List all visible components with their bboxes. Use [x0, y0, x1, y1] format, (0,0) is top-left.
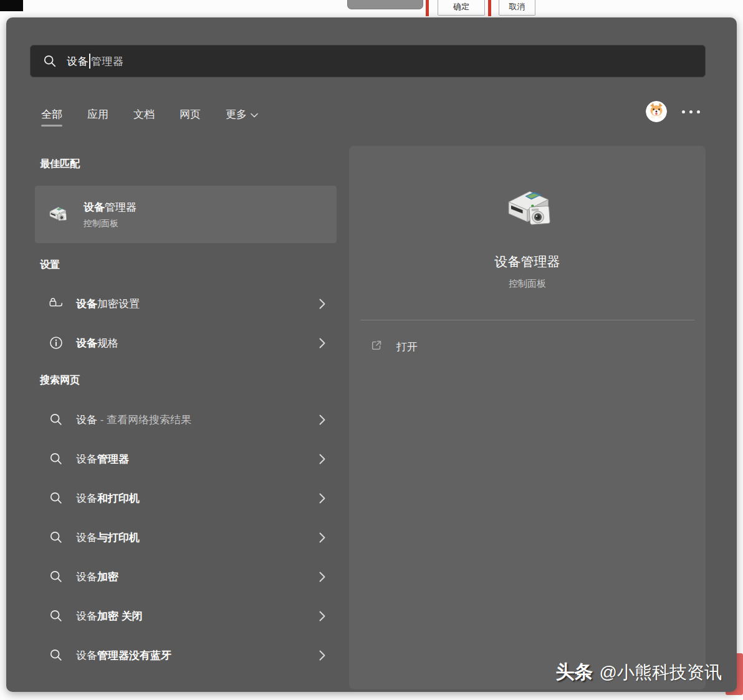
more-options-icon[interactable] — [681, 106, 701, 117]
watermark-handle: @小熊科技资讯 — [600, 661, 722, 684]
search-icon — [49, 530, 64, 544]
selected-tab-underline — [41, 125, 62, 127]
tab-more[interactable]: 更多 — [224, 106, 259, 129]
open-label: 打开 — [396, 340, 418, 354]
settings-result-device-encryption[interactable]: 设备加密设置 — [35, 287, 337, 320]
result-preview-pane: 设备管理器 控制面板 打开 — [349, 146, 706, 689]
device-manager-icon — [46, 204, 69, 225]
watermark-brand: 头条 — [556, 659, 593, 685]
text-caret — [89, 54, 90, 69]
watermark: 头条 @小熊科技资讯 — [556, 659, 722, 685]
info-icon — [49, 335, 64, 350]
web-suggestion-row[interactable]: 设备加密 关闭 — [35, 600, 337, 632]
web-suggestion-row[interactable]: 设备和打印机 — [35, 482, 337, 514]
tab-web[interactable]: 网页 — [178, 106, 202, 129]
search-icon — [49, 570, 64, 583]
tab-all[interactable]: 全部 — [40, 106, 64, 129]
best-match-result[interactable]: 设备管理器 控制面板 — [35, 186, 337, 243]
search-query-text: 设备 管理器 — [67, 54, 124, 69]
web-suggestion-row[interactable]: 设备加密 — [35, 560, 337, 593]
inline-autocomplete: 管理器 — [91, 54, 124, 69]
annotation-red-bar — [488, 0, 491, 16]
best-match-subtitle: 控制面板 — [84, 218, 137, 229]
device-manager-icon — [499, 185, 555, 238]
section-header-best-match: 最佳匹配 — [40, 158, 80, 171]
windows-search-flyout: 设备 管理器 全部 应用 文档 网页 更多 — [6, 17, 737, 692]
chevron-right-icon — [319, 572, 325, 582]
web-suggestion-row[interactable]: 设备管理器没有蓝牙 — [35, 639, 337, 671]
chevron-down-icon — [251, 108, 258, 121]
section-header-settings: 设置 — [40, 259, 60, 272]
search-icon — [49, 452, 64, 466]
section-header-web-search: 搜索网页 — [40, 374, 80, 387]
preview-title: 设备管理器 — [495, 253, 560, 271]
chevron-right-icon — [319, 532, 325, 543]
background-gray-button — [347, 0, 423, 9]
ok-button[interactable]: 确定 — [438, 0, 485, 16]
device-encryption-icon — [49, 296, 64, 311]
chevron-right-icon — [319, 338, 325, 348]
search-icon — [49, 609, 64, 623]
account-avatar[interactable] — [646, 101, 667, 122]
chevron-right-icon — [319, 650, 325, 661]
settings-result-device-specs[interactable]: 设备规格 — [35, 327, 337, 359]
open-external-icon — [370, 339, 383, 354]
web-suggestion-row[interactable]: 设备管理器 — [35, 443, 337, 475]
preview-subtitle: 控制面板 — [509, 278, 546, 290]
tab-documents[interactable]: 文档 — [132, 106, 156, 129]
cancel-button[interactable]: 取消 — [499, 0, 535, 16]
divider — [360, 320, 694, 320]
search-icon — [49, 648, 64, 662]
tab-apps[interactable]: 应用 — [86, 106, 110, 129]
search-icon — [49, 491, 64, 505]
search-icon — [49, 413, 64, 426]
open-action[interactable]: 打开 — [349, 333, 706, 360]
chevron-right-icon — [319, 454, 325, 464]
web-suggestion-row[interactable]: 设备与打印机 — [35, 521, 337, 554]
chevron-right-icon — [319, 493, 325, 504]
search-filter-tabs: 全部 应用 文档 网页 更多 — [40, 106, 259, 129]
search-icon — [43, 54, 57, 68]
background-black-block — [0, 0, 23, 11]
chevron-right-icon — [319, 299, 325, 309]
best-match-title: 设备管理器 — [84, 200, 137, 214]
annotation-red-bar — [426, 0, 429, 16]
web-suggestion-row[interactable]: 设备 - 查看网络搜索结果 — [35, 403, 337, 436]
search-input[interactable]: 设备 管理器 — [30, 45, 706, 77]
chevron-right-icon — [319, 415, 325, 425]
chevron-right-icon — [319, 611, 325, 621]
